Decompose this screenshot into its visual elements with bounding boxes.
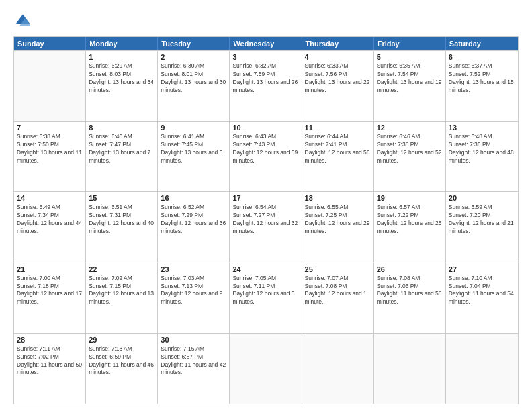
day-number: 8 [89, 124, 154, 132]
day-number: 6 [449, 53, 515, 61]
day-number: 15 [89, 194, 154, 202]
day-number: 5 [377, 53, 443, 61]
cell-info: Sunrise: 6:54 AM Sunset: 7:27 PM Dayligh… [232, 203, 298, 236]
day-number: 7 [17, 124, 83, 132]
day-number: 27 [449, 265, 515, 273]
calendar-cell: 22Sunrise: 7:02 AM Sunset: 7:15 PM Dayli… [86, 263, 158, 333]
calendar-cell: 15Sunrise: 6:51 AM Sunset: 7:31 PM Dayli… [86, 192, 158, 262]
page: SundayMondayTuesdayWednesdayThursdayFrid… [0, 0, 532, 411]
day-number: 25 [305, 265, 371, 273]
calendar-cell: 27Sunrise: 7:10 AM Sunset: 7:04 PM Dayli… [446, 263, 518, 333]
header-day-tuesday: Tuesday [158, 37, 230, 50]
cell-info: Sunrise: 6:43 AM Sunset: 7:43 PM Dayligh… [232, 133, 298, 165]
calendar-cell [14, 51, 86, 121]
cell-info: Sunrise: 6:46 AM Sunset: 7:38 PM Dayligh… [377, 133, 443, 165]
cell-info: Sunrise: 6:41 AM Sunset: 7:45 PM Dayligh… [161, 133, 226, 165]
header-day-monday: Monday [86, 37, 158, 50]
calendar-cell [374, 334, 446, 404]
day-number: 17 [232, 194, 298, 202]
calendar-row-2: 7Sunrise: 6:38 AM Sunset: 7:50 PM Daylig… [14, 121, 518, 191]
day-number: 3 [232, 53, 298, 61]
day-number: 13 [449, 124, 515, 132]
header-day-sunday: Sunday [14, 37, 86, 50]
calendar-cell: 30Sunrise: 7:15 AM Sunset: 6:57 PM Dayli… [158, 334, 230, 404]
header [13, 12, 519, 31]
calendar-cell: 16Sunrise: 6:52 AM Sunset: 7:29 PM Dayli… [158, 192, 230, 262]
day-number: 16 [161, 194, 226, 202]
day-number: 18 [305, 194, 371, 202]
cell-info: Sunrise: 7:05 AM Sunset: 7:11 PM Dayligh… [232, 275, 298, 307]
calendar-cell: 10Sunrise: 6:43 AM Sunset: 7:43 PM Dayli… [230, 122, 302, 191]
calendar-cell: 21Sunrise: 7:00 AM Sunset: 7:18 PM Dayli… [14, 263, 86, 333]
cell-info: Sunrise: 7:07 AM Sunset: 7:08 PM Dayligh… [305, 275, 371, 307]
header-day-thursday: Thursday [302, 37, 374, 50]
cell-info: Sunrise: 7:11 AM Sunset: 7:02 PM Dayligh… [17, 345, 83, 377]
calendar-row-4: 21Sunrise: 7:00 AM Sunset: 7:18 PM Dayli… [14, 263, 518, 333]
calendar: SundayMondayTuesdayWednesdayThursdayFrid… [13, 36, 519, 404]
calendar-cell: 7Sunrise: 6:38 AM Sunset: 7:50 PM Daylig… [14, 122, 86, 191]
calendar-cell: 13Sunrise: 6:48 AM Sunset: 7:36 PM Dayli… [446, 122, 518, 191]
day-number: 9 [161, 124, 226, 132]
calendar-cell: 9Sunrise: 6:41 AM Sunset: 7:45 PM Daylig… [158, 122, 230, 191]
day-number: 4 [305, 53, 371, 61]
calendar-body: 1Sunrise: 6:29 AM Sunset: 8:03 PM Daylig… [14, 50, 518, 404]
day-number: 28 [17, 336, 83, 344]
calendar-cell: 19Sunrise: 6:57 AM Sunset: 7:22 PM Dayli… [374, 192, 446, 262]
cell-info: Sunrise: 6:57 AM Sunset: 7:22 PM Dayligh… [377, 203, 443, 236]
day-number: 10 [232, 124, 298, 132]
cell-info: Sunrise: 6:38 AM Sunset: 7:50 PM Dayligh… [17, 133, 83, 165]
header-day-wednesday: Wednesday [230, 37, 302, 50]
day-number: 11 [305, 124, 371, 132]
day-number: 24 [232, 265, 298, 273]
day-number: 20 [449, 194, 515, 202]
day-number: 14 [17, 194, 83, 202]
day-number: 2 [161, 53, 226, 61]
calendar-header: SundayMondayTuesdayWednesdayThursdayFrid… [14, 37, 518, 50]
cell-info: Sunrise: 7:00 AM Sunset: 7:18 PM Dayligh… [17, 275, 83, 307]
header-day-saturday: Saturday [446, 37, 518, 50]
day-number: 30 [161, 336, 226, 344]
calendar-cell: 14Sunrise: 6:49 AM Sunset: 7:34 PM Dayli… [14, 192, 86, 262]
cell-info: Sunrise: 6:40 AM Sunset: 7:47 PM Dayligh… [89, 133, 154, 165]
day-number: 21 [17, 265, 83, 273]
day-number: 23 [161, 265, 226, 273]
calendar-cell: 5Sunrise: 6:35 AM Sunset: 7:54 PM Daylig… [374, 51, 446, 121]
day-number: 19 [377, 194, 443, 202]
cell-info: Sunrise: 7:03 AM Sunset: 7:13 PM Dayligh… [161, 275, 226, 307]
cell-info: Sunrise: 7:10 AM Sunset: 7:04 PM Dayligh… [449, 275, 515, 307]
calendar-cell [230, 334, 302, 404]
logo-icon [13, 12, 32, 31]
cell-info: Sunrise: 6:32 AM Sunset: 7:59 PM Dayligh… [232, 62, 298, 95]
cell-info: Sunrise: 6:52 AM Sunset: 7:29 PM Dayligh… [161, 203, 226, 236]
calendar-cell: 12Sunrise: 6:46 AM Sunset: 7:38 PM Dayli… [374, 122, 446, 191]
calendar-cell: 2Sunrise: 6:30 AM Sunset: 8:01 PM Daylig… [158, 51, 230, 121]
day-number: 26 [377, 265, 443, 273]
calendar-cell: 20Sunrise: 6:59 AM Sunset: 7:20 PM Dayli… [446, 192, 518, 262]
calendar-cell: 6Sunrise: 6:37 AM Sunset: 7:52 PM Daylig… [446, 51, 518, 121]
calendar-cell: 28Sunrise: 7:11 AM Sunset: 7:02 PM Dayli… [14, 334, 86, 404]
cell-info: Sunrise: 7:15 AM Sunset: 6:57 PM Dayligh… [161, 345, 226, 377]
calendar-cell [446, 334, 518, 404]
cell-info: Sunrise: 6:30 AM Sunset: 8:01 PM Dayligh… [161, 62, 226, 95]
header-day-friday: Friday [374, 37, 446, 50]
cell-info: Sunrise: 6:48 AM Sunset: 7:36 PM Dayligh… [449, 133, 515, 165]
cell-info: Sunrise: 6:59 AM Sunset: 7:20 PM Dayligh… [449, 203, 515, 236]
calendar-cell: 23Sunrise: 7:03 AM Sunset: 7:13 PM Dayli… [158, 263, 230, 333]
day-number: 1 [89, 53, 154, 61]
calendar-cell: 26Sunrise: 7:08 AM Sunset: 7:06 PM Dayli… [374, 263, 446, 333]
cell-info: Sunrise: 6:29 AM Sunset: 8:03 PM Dayligh… [89, 62, 154, 95]
calendar-cell: 1Sunrise: 6:29 AM Sunset: 8:03 PM Daylig… [86, 51, 158, 121]
calendar-cell: 8Sunrise: 6:40 AM Sunset: 7:47 PM Daylig… [86, 122, 158, 191]
cell-info: Sunrise: 6:35 AM Sunset: 7:54 PM Dayligh… [377, 62, 443, 95]
calendar-cell: 25Sunrise: 7:07 AM Sunset: 7:08 PM Dayli… [302, 263, 374, 333]
calendar-cell: 29Sunrise: 7:13 AM Sunset: 6:59 PM Dayli… [86, 334, 158, 404]
cell-info: Sunrise: 6:44 AM Sunset: 7:41 PM Dayligh… [305, 133, 371, 165]
day-number: 22 [89, 265, 154, 273]
cell-info: Sunrise: 7:13 AM Sunset: 6:59 PM Dayligh… [89, 345, 154, 377]
cell-info: Sunrise: 6:55 AM Sunset: 7:25 PM Dayligh… [305, 203, 371, 236]
cell-info: Sunrise: 6:51 AM Sunset: 7:31 PM Dayligh… [89, 203, 154, 236]
cell-info: Sunrise: 7:02 AM Sunset: 7:15 PM Dayligh… [89, 275, 154, 307]
cell-info: Sunrise: 7:08 AM Sunset: 7:06 PM Dayligh… [377, 275, 443, 307]
calendar-cell: 3Sunrise: 6:32 AM Sunset: 7:59 PM Daylig… [230, 51, 302, 121]
calendar-cell: 4Sunrise: 6:33 AM Sunset: 7:56 PM Daylig… [302, 51, 374, 121]
